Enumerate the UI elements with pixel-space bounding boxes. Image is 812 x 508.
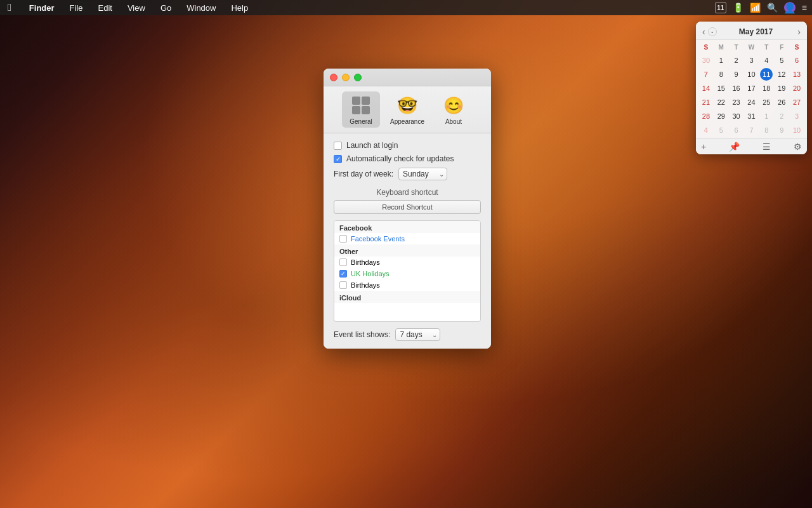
birthdays-2-checkbox[interactable] (339, 281, 347, 289)
calendar-footer: + 📌 ☰ ⚙ (696, 138, 807, 154)
menubar-edit[interactable]: Edit (96, 2, 115, 14)
cal-day-17[interactable]: 17 (745, 82, 757, 95)
cal-day-7[interactable]: 7 (700, 68, 712, 81)
window-zoom-button[interactable] (354, 74, 362, 81)
cal-day-28[interactable]: 28 (700, 110, 712, 123)
tab-general[interactable]: General (342, 91, 380, 128)
preferences-toolbar: General 🤓 Appearance 😊 About (324, 86, 491, 133)
tab-about[interactable]: 😊 About (435, 91, 473, 128)
first-day-row: First day of week: Sunday Monday Saturda… (334, 168, 481, 180)
cal-day-10[interactable]: 10 (745, 68, 757, 81)
calendar-item-birthdays-1: Birthdays (334, 257, 480, 268)
auto-check-updates-row: ✓ Automatically check for updates (334, 154, 481, 163)
cal-day-6-next[interactable]: 6 (730, 124, 743, 137)
facebook-events-checkbox[interactable] (339, 235, 347, 243)
cal-day-29[interactable]: 29 (715, 110, 728, 123)
calendar-section-icloud: iCloud (334, 291, 480, 303)
preferences-window: General 🤓 Appearance 😊 About Launch at l… (324, 69, 491, 349)
notification-center-icon[interactable]: ≡ (802, 3, 807, 13)
cal-day-30[interactable]: 30 (730, 110, 743, 123)
day-name-sat: S (789, 43, 804, 52)
launch-at-login-checkbox[interactable] (334, 142, 342, 150)
cal-day-4[interactable]: 4 (760, 54, 773, 67)
cal-day-2-next[interactable]: 2 (775, 110, 788, 123)
uk-holidays-label: UK Holidays (351, 270, 390, 277)
tab-appearance-label: Appearance (390, 118, 424, 125)
auto-check-updates-checkbox[interactable]: ✓ (334, 155, 342, 163)
calendar-grid: S M T W T F S 30 1 2 3 4 5 6 7 8 9 10 11… (696, 40, 807, 138)
facebook-events-label: Facebook Events (351, 235, 405, 243)
cal-day-2[interactable]: 2 (730, 54, 743, 67)
day-name-thu: T (759, 43, 774, 52)
menubar-window[interactable]: Window (184, 2, 218, 14)
calendar-list-button[interactable]: ☰ (763, 142, 771, 152)
calendar-section-other: Other (334, 244, 480, 257)
cal-day-13[interactable]: 13 (790, 68, 803, 81)
calendar-prev-button[interactable]: ‹ (700, 27, 708, 37)
cal-day-30-prev[interactable]: 30 (700, 54, 712, 67)
calendar-add-button[interactable]: + (701, 142, 706, 152)
cal-day-8[interactable]: 8 (715, 68, 728, 81)
apple-menu[interactable]:  (5, 1, 14, 15)
svg-rect-2 (352, 106, 360, 114)
cal-day-21[interactable]: 21 (700, 96, 712, 109)
menubar-go[interactable]: Go (158, 2, 174, 14)
cal-day-3[interactable]: 3 (745, 54, 757, 67)
cal-day-1-next[interactable]: 1 (760, 110, 773, 123)
cal-day-5[interactable]: 5 (775, 54, 788, 67)
cal-day-11-today[interactable]: 11 (760, 68, 773, 81)
event-list-select[interactable]: 7 days 3 days 14 days 30 days (395, 328, 440, 341)
cal-day-3-next[interactable]: 3 (790, 110, 803, 123)
cal-day-26[interactable]: 26 (775, 96, 788, 109)
cal-day-10-next[interactable]: 10 (790, 124, 803, 137)
cal-day-4-next[interactable]: 4 (700, 124, 712, 137)
first-day-select[interactable]: Sunday Monday Saturday (398, 168, 447, 180)
cal-day-6[interactable]: 6 (790, 54, 803, 67)
cal-day-31[interactable]: 31 (745, 110, 757, 123)
calendar-list[interactable]: Facebook Facebook Events Other Birthdays… (334, 220, 481, 322)
event-list-select-wrapper: 7 days 3 days 14 days 30 days (395, 328, 440, 341)
day-name-fri: F (774, 43, 789, 52)
calendar-pin-button[interactable]: 📌 (729, 142, 740, 152)
svg-rect-0 (352, 97, 360, 105)
cal-day-15[interactable]: 15 (715, 82, 728, 95)
keyboard-shortcut-label: Keyboard shortcut (334, 188, 481, 197)
cal-day-5-next[interactable]: 5 (715, 124, 728, 137)
cal-day-20[interactable]: 20 (790, 82, 803, 95)
window-minimize-button[interactable] (342, 74, 350, 81)
cal-day-7-next[interactable]: 7 (745, 124, 757, 137)
cal-day-25[interactable]: 25 (760, 96, 773, 109)
search-icon[interactable]: 🔍 (767, 3, 778, 13)
menubar:  Finder File Edit View Go Window Help 1… (0, 0, 812, 15)
calendar-settings-button[interactable]: ⚙ (794, 142, 802, 152)
cal-day-9-next[interactable]: 9 (775, 124, 788, 137)
cal-day-27[interactable]: 27 (790, 96, 803, 109)
cal-day-19[interactable]: 19 (775, 82, 788, 95)
fantastical-menubar-icon[interactable]: 11 (715, 2, 726, 13)
cal-day-14[interactable]: 14 (700, 82, 712, 95)
cal-day-12[interactable]: 12 (775, 68, 788, 81)
cal-day-23[interactable]: 23 (730, 96, 743, 109)
cal-day-22[interactable]: 22 (715, 96, 728, 109)
tab-appearance[interactable]: 🤓 Appearance (383, 91, 432, 128)
calendar-today-circle[interactable]: • (708, 27, 717, 36)
uk-holidays-checkbox[interactable]: ✓ (339, 270, 347, 277)
birthdays-1-checkbox[interactable] (339, 258, 347, 266)
cal-day-8-next[interactable]: 8 (760, 124, 773, 137)
menubar-file[interactable]: File (67, 2, 86, 14)
auto-check-updates-label: Automatically check for updates (346, 154, 454, 163)
calendar-next-button[interactable]: › (795, 27, 803, 37)
menubar-help[interactable]: Help (228, 2, 251, 14)
cal-day-24[interactable]: 24 (745, 96, 757, 109)
day-name-tue: T (729, 43, 744, 52)
window-close-button[interactable] (330, 74, 337, 81)
cal-day-1[interactable]: 1 (715, 54, 728, 67)
cal-day-16[interactable]: 16 (730, 82, 743, 95)
cal-day-18[interactable]: 18 (760, 82, 773, 95)
event-list-row: Event list shows: 7 days 3 days 14 days … (334, 328, 481, 341)
record-shortcut-button[interactable]: Record Shortcut (334, 200, 481, 214)
menubar-finder[interactable]: Finder (27, 2, 57, 14)
user-avatar: 👤 (784, 2, 796, 13)
cal-day-9[interactable]: 9 (730, 68, 743, 81)
menubar-view[interactable]: View (125, 2, 148, 14)
